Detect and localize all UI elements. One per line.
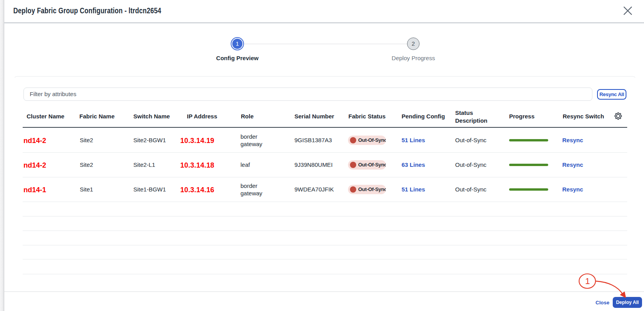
- svg-text:1: 1: [585, 276, 590, 286]
